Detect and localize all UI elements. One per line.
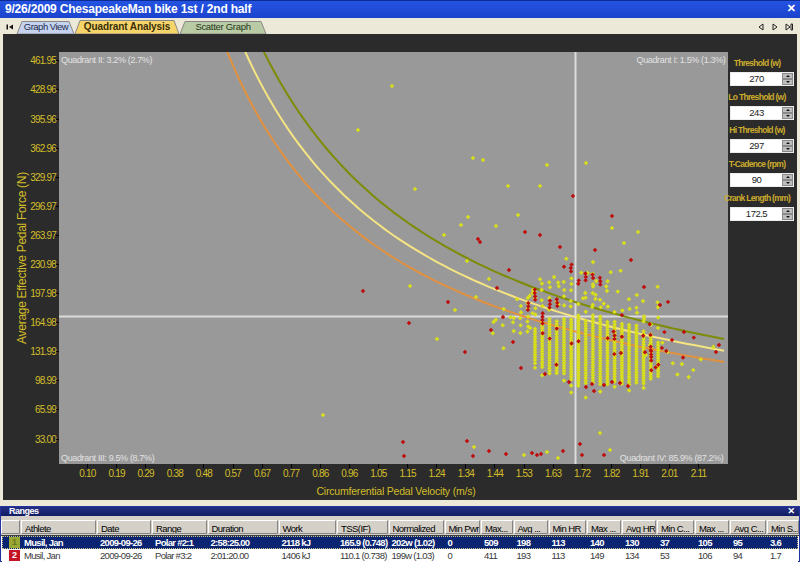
svg-text:Quadrant III: 9.5% (8.7%): Quadrant III: 9.5% (8.7%): [61, 453, 155, 463]
svg-text:Quadrant Analysis: Quadrant Analysis: [84, 21, 171, 32]
svg-text:Quadrant IV: 85.9% (87.2%): Quadrant IV: 85.9% (87.2%): [620, 453, 724, 463]
svg-text:Average Effective Pedal Force: Average Effective Pedal Force (N): [15, 172, 29, 344]
svg-text:Quadrant I: 1.5% (1.3%): Quadrant I: 1.5% (1.3%): [637, 55, 726, 65]
svg-text:Graph View: Graph View: [24, 21, 69, 32]
svg-text:Quadrant II: 3.2% (2.7%): Quadrant II: 3.2% (2.7%): [61, 55, 153, 65]
svg-text:Scatter Graph: Scatter Graph: [195, 21, 250, 32]
